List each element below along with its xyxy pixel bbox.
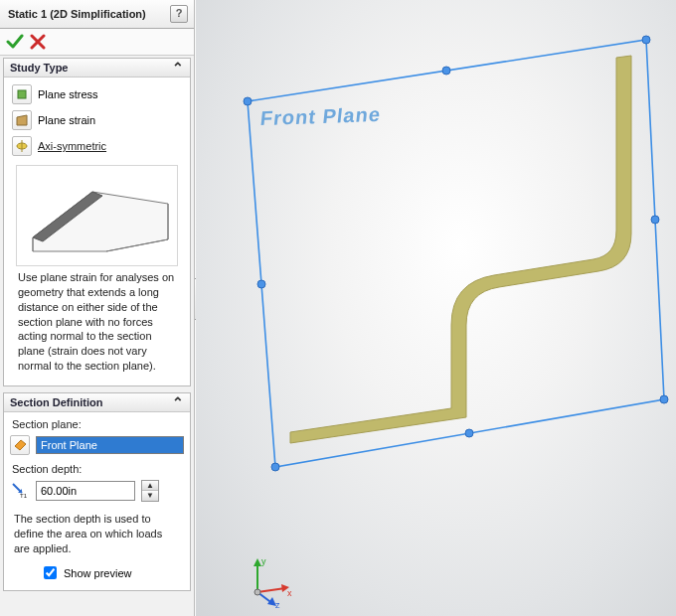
ok-button[interactable]	[6, 33, 24, 51]
spin-up-icon[interactable]: ▲	[142, 481, 158, 492]
svg-point-22	[257, 280, 265, 288]
axisym-icon	[12, 136, 32, 156]
svg-point-15	[244, 97, 252, 105]
option-plane-strain[interactable]: Plane strain	[10, 107, 184, 133]
section-depth-footnote: The section depth is used to define the …	[10, 508, 184, 562]
plane-strain-icon	[12, 110, 32, 130]
depth-spinner[interactable]: ▲ ▼	[141, 480, 159, 502]
svg-point-16	[642, 36, 650, 44]
svg-rect-2	[18, 90, 26, 98]
show-preview-checkbox[interactable]	[44, 566, 57, 579]
triad-x-label: x	[287, 588, 292, 598]
study-type-description: Use plane strain for analyses on geometr…	[10, 270, 184, 382]
option-label: Plane stress	[38, 88, 98, 100]
option-axi-symmetric[interactable]: Axi-symmetric	[10, 133, 184, 159]
graphics-viewport[interactable]: Front Plane y x z	[196, 0, 676, 616]
plane-stress-icon	[12, 84, 32, 104]
show-preview-row[interactable]: Show preview	[10, 561, 184, 586]
svg-text:T1: T1	[20, 493, 28, 499]
svg-marker-3	[17, 115, 27, 125]
svg-line-25	[257, 588, 285, 592]
collapse-icon: ⌃	[172, 397, 184, 407]
cancel-button[interactable]	[30, 34, 46, 50]
panel-header: Static 1 (2D Simplification) ?	[0, 0, 194, 29]
option-label: Plane strain	[38, 114, 95, 126]
study-type-group: Study Type ⌃ Plane stress Plane strain	[3, 58, 191, 386]
svg-marker-11	[15, 440, 26, 450]
section-definition-group: Section Definition ⌃ Section plane: Sect…	[3, 392, 191, 592]
show-preview-label: Show preview	[64, 567, 131, 579]
spin-down-icon[interactable]: ▼	[142, 491, 158, 501]
svg-point-29	[254, 589, 260, 595]
section-depth-label: Section depth:	[10, 461, 184, 477]
collapse-icon: ⌃	[172, 63, 184, 73]
panel-title: Static 1 (2D Simplification)	[8, 8, 170, 20]
property-manager-panel: Static 1 (2D Simplification) ? Study Typ…	[0, 0, 195, 616]
svg-point-17	[660, 395, 668, 403]
triad-z-label: z	[275, 600, 280, 610]
ok-cancel-bar	[0, 29, 194, 56]
model-overlay	[196, 0, 676, 616]
section-plane-label: Section plane:	[10, 416, 184, 432]
svg-marker-24	[254, 558, 261, 566]
depth-icon: T1	[10, 481, 30, 501]
section-geometry[interactable]	[290, 56, 631, 443]
svg-point-20	[651, 216, 659, 224]
view-triad[interactable]: y x z	[240, 550, 299, 610]
section-definition-body: Section plane: Section depth: T1 ▲ ▼ The…	[4, 412, 190, 591]
plane-selector-icon[interactable]	[10, 435, 30, 455]
svg-point-19	[442, 67, 450, 75]
concept-preview-image	[16, 165, 178, 266]
svg-point-21	[465, 429, 473, 437]
study-type-header[interactable]: Study Type ⌃	[4, 59, 190, 77]
section-plane-field[interactable]	[36, 436, 184, 454]
section-definition-header[interactable]: Section Definition ⌃	[4, 393, 190, 412]
svg-point-18	[271, 463, 279, 471]
study-type-body: Plane stress Plane strain Axi-symmetric	[4, 77, 190, 385]
triad-y-label: y	[261, 556, 266, 566]
section-definition-title: Section Definition	[10, 396, 103, 408]
help-button[interactable]: ?	[170, 5, 188, 23]
option-plane-stress[interactable]: Plane stress	[10, 81, 184, 107]
section-depth-field[interactable]	[36, 481, 135, 501]
study-type-title: Study Type	[10, 62, 68, 74]
option-label: Axi-symmetric	[38, 140, 106, 152]
